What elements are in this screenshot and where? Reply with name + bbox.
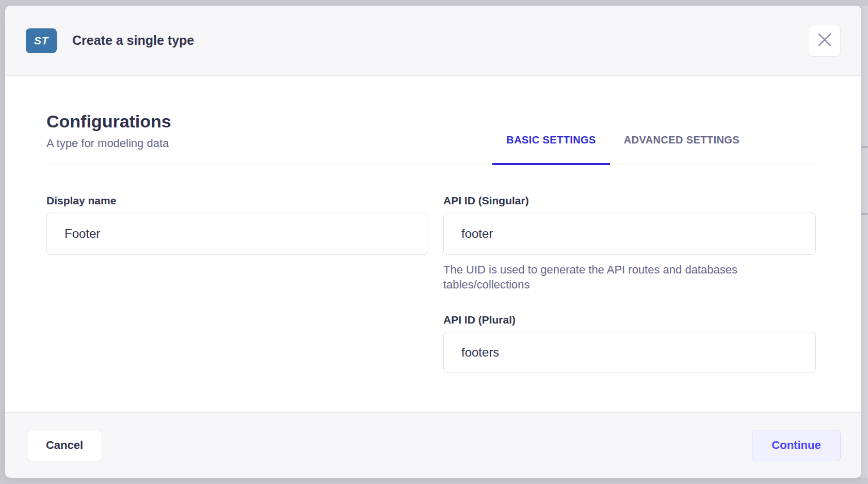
- api-id-plural-field: API ID (Plural): [443, 314, 816, 373]
- page-subtitle: A type for modeling data: [46, 137, 171, 150]
- single-type-badge-icon: ST: [26, 28, 57, 53]
- background-page-divider: [861, 146, 868, 148]
- display-name-input[interactable]: [46, 213, 428, 255]
- api-id-plural-input[interactable]: [443, 332, 816, 373]
- modal-title: Create a single type: [72, 33, 194, 48]
- configuration-form: Display name API ID (Singular) The UID i…: [46, 195, 816, 373]
- right-column: API ID (Singular) The UID is used to gen…: [443, 195, 816, 373]
- api-id-singular-input[interactable]: [443, 213, 816, 255]
- close-button[interactable]: [809, 25, 841, 57]
- section-titles: Configurations A type for modeling data: [46, 111, 171, 165]
- create-single-type-modal: ST Create a single type Configurations A…: [5, 6, 861, 478]
- modal-header: ST Create a single type: [5, 6, 861, 76]
- background-page-divider: [861, 213, 868, 215]
- settings-tabs: BASIC SETTINGS ADVANCED SETTINGS: [492, 134, 753, 165]
- api-id-singular-hint: The UID is used to generate the API rout…: [443, 262, 784, 292]
- page-title: Configurations: [46, 111, 171, 132]
- api-id-singular-label: API ID (Singular): [443, 195, 816, 207]
- cancel-button[interactable]: Cancel: [27, 430, 102, 461]
- tab-basic-settings[interactable]: BASIC SETTINGS: [492, 134, 609, 165]
- modal-footer: Cancel Continue: [5, 412, 861, 478]
- close-icon: [818, 33, 831, 49]
- tab-advanced-settings[interactable]: ADVANCED SETTINGS: [610, 134, 753, 165]
- section-header: Configurations A type for modeling data …: [46, 111, 816, 165]
- api-id-singular-field: API ID (Singular) The UID is used to gen…: [443, 195, 816, 292]
- left-column: Display name: [46, 195, 428, 373]
- display-name-label: Display name: [46, 195, 428, 207]
- api-id-plural-label: API ID (Plural): [443, 314, 816, 326]
- continue-button[interactable]: Continue: [752, 430, 841, 461]
- modal-body: Configurations A type for modeling data …: [5, 76, 861, 412]
- page-behind-overlay: [861, 6, 868, 478]
